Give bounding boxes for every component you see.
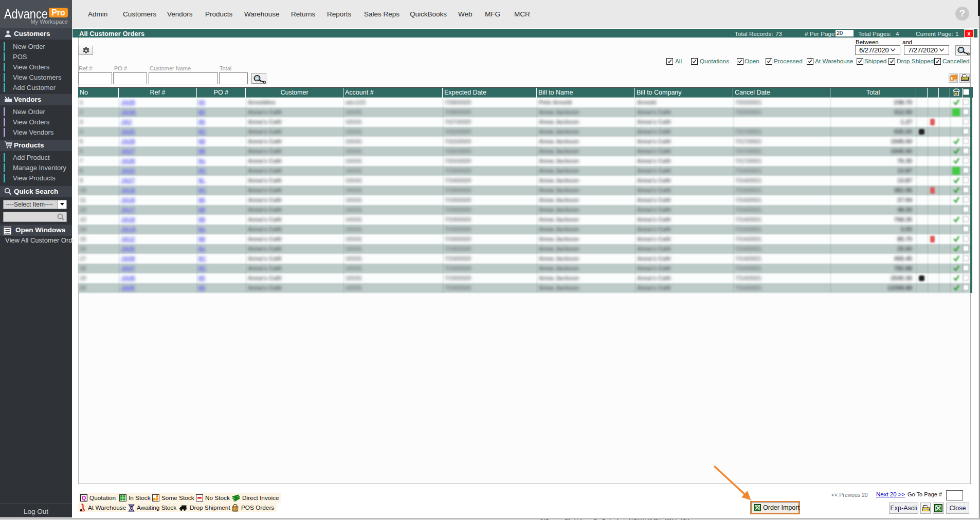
svg-text:Q: Q <box>82 495 86 501</box>
